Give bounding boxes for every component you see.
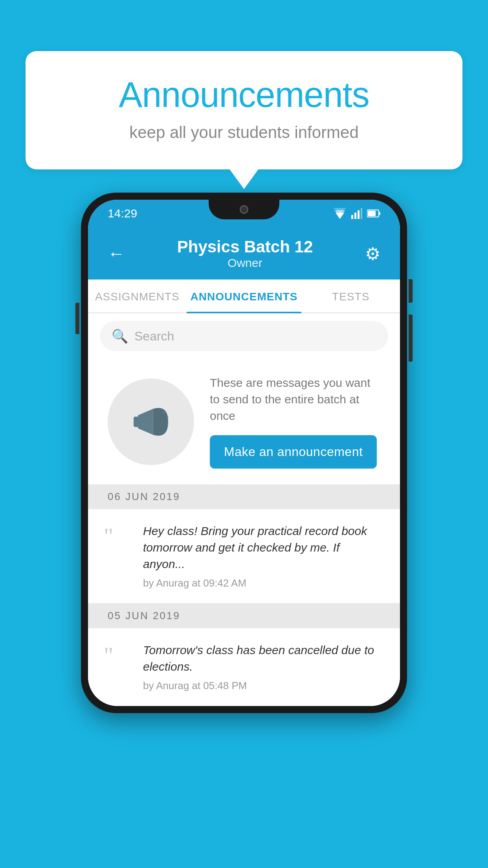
power-button-bottom xyxy=(409,314,413,362)
announcement-item-1[interactable]: " Hey class! Bring your practical record… xyxy=(88,509,400,603)
notch xyxy=(209,200,279,219)
svg-rect-6 xyxy=(361,208,362,219)
bubble-subtitle: keep all your students informed xyxy=(57,123,431,142)
announcement-meta-2: by Anurag at 05:48 PM xyxy=(143,680,380,692)
phone-wrapper: 14:29 xyxy=(81,193,407,713)
svg-rect-4 xyxy=(354,213,356,219)
header-center: Physics Batch 12 Owner xyxy=(125,237,365,270)
tabs-bar: ASSIGNMENTS ANNOUNCEMENTS TESTS xyxy=(88,280,400,313)
battery-icon xyxy=(367,209,380,218)
announcement-promo: These are messages you want to send to t… xyxy=(88,359,400,484)
search-container: 🔍 Search xyxy=(88,313,400,359)
signal-icon xyxy=(351,208,362,219)
promo-content: These are messages you want to send to t… xyxy=(210,375,380,469)
svg-rect-11 xyxy=(134,416,139,427)
svg-point-12 xyxy=(163,411,165,414)
status-time: 14:29 xyxy=(108,207,137,220)
promo-description: These are messages you want to send to t… xyxy=(210,375,380,424)
announcement-text-2: Tomorrow's class has been cancelled due … xyxy=(143,642,380,675)
megaphone-icon xyxy=(129,400,172,443)
tab-announcements[interactable]: ANNOUNCEMENTS xyxy=(187,280,302,313)
settings-button[interactable]: ⚙ xyxy=(365,244,380,264)
app-header: ← Physics Batch 12 Owner ⚙ xyxy=(88,226,400,280)
svg-point-14 xyxy=(161,409,162,410)
make-announcement-button[interactable]: Make an announcement xyxy=(210,435,377,469)
phone-screen: 14:29 xyxy=(88,200,400,706)
date-divider-1: 06 JUN 2019 xyxy=(88,484,400,509)
batch-title: Physics Batch 12 xyxy=(125,237,365,256)
announcement-text-1: Hey class! Bring your practical record b… xyxy=(143,523,380,572)
wifi-icon xyxy=(333,208,347,219)
svg-rect-3 xyxy=(351,215,353,219)
announcement-item-2[interactable]: " Tomorrow's class has been cancelled du… xyxy=(88,628,400,706)
svg-marker-10 xyxy=(138,409,153,435)
svg-point-13 xyxy=(166,416,169,418)
speech-bubble-container: Announcements keep all your students inf… xyxy=(26,51,462,169)
announcement-meta-1: by Anurag at 09:42 AM xyxy=(143,577,380,589)
owner-label: Owner xyxy=(125,256,365,270)
bubble-title: Announcements xyxy=(57,75,431,115)
search-icon: 🔍 xyxy=(112,328,128,344)
back-button[interactable]: ← xyxy=(108,245,125,262)
tab-tests[interactable]: TESTS xyxy=(301,280,400,313)
power-button-top xyxy=(409,279,413,303)
date-divider-2: 05 JUN 2019 xyxy=(88,603,400,628)
quote-icon-2: " xyxy=(104,646,131,665)
svg-rect-5 xyxy=(358,210,360,219)
svg-rect-8 xyxy=(379,212,380,215)
announcement-content-2: Tomorrow's class has been cancelled due … xyxy=(143,642,380,692)
volume-button xyxy=(75,303,79,334)
tab-assignments[interactable]: ASSIGNMENTS xyxy=(88,280,187,313)
search-box[interactable]: 🔍 Search xyxy=(100,321,388,351)
front-camera xyxy=(240,205,248,214)
status-icons xyxy=(333,208,380,219)
search-placeholder: Search xyxy=(134,329,174,344)
speech-bubble: Announcements keep all your students inf… xyxy=(26,51,462,169)
announcement-content-1: Hey class! Bring your practical record b… xyxy=(143,523,380,589)
phone-frame: 14:29 xyxy=(81,193,407,713)
quote-icon-1: " xyxy=(104,527,131,546)
promo-icon-circle xyxy=(108,379,194,465)
svg-rect-9 xyxy=(368,211,376,216)
